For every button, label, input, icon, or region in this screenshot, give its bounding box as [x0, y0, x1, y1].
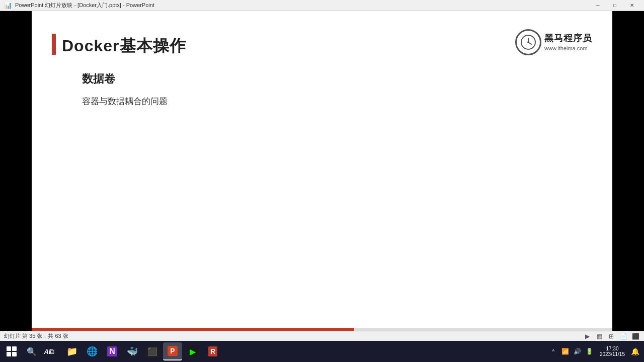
system-tray: ^ 📶 🔊 🔋 17:30 2023/11/15 🔔	[548, 342, 642, 360]
clock-date: 2023/11/15	[600, 351, 625, 357]
horse-logo-svg	[520, 34, 536, 50]
minimize-button[interactable]: ─	[590, 1, 606, 10]
file-explorer-button[interactable]: 📁	[62, 342, 82, 360]
slide-content: 容器与数据耦合的问题	[82, 96, 168, 107]
edge-browser-button[interactable]: 🌐	[83, 342, 102, 360]
logo-area: 黑马程序员 www.itheima.com	[515, 29, 592, 55]
powerpoint-icon: P	[168, 346, 177, 356]
brand-name: 黑马程序员	[544, 33, 592, 44]
logo-text: 黑马程序员 www.itheima.com	[544, 33, 592, 52]
docker-icon: 🐳	[127, 346, 138, 357]
action-center-icon[interactable]: 🔔	[630, 342, 640, 360]
search-icon: 🔍	[27, 347, 37, 356]
status-bar: 幻灯片 第 35 张，共 63 张 ▶ ▦ ⊞ 📄 ⬛	[0, 331, 644, 341]
maximize-button[interactable]: □	[607, 1, 623, 10]
redis-icon: R	[208, 346, 217, 356]
clock-display[interactable]: 17:30 2023/11/15	[597, 346, 628, 357]
taskbar: 🔍 ⧉ 📁 🌐 N 🐳 ⬛ P ▶ R Ai ^ 📶 🔊	[0, 341, 644, 362]
slideshow-icon[interactable]: ▶	[583, 332, 592, 340]
slide-count-status: 幻灯片 第 35 张，共 63 张	[4, 332, 68, 340]
title-accent-bar	[52, 34, 56, 55]
docker-button[interactable]: 🐳	[123, 342, 142, 360]
windows-logo-icon	[7, 346, 17, 356]
window-title: PowerPoint 幻灯片放映 - [Docker入门.pptx] - Pow…	[15, 2, 154, 9]
section-heading: 数据卷	[82, 71, 115, 86]
ai-badge: Ai	[38, 341, 57, 362]
visual-studio-button[interactable]: ⬛	[143, 342, 162, 360]
onenote-button[interactable]: N	[103, 342, 122, 360]
ai-label: Ai	[44, 348, 51, 355]
titlebar-left: 📊 PowerPoint 幻灯片放映 - [Docker入门.pptx] - P…	[4, 2, 154, 9]
battery-icon[interactable]: 🔋	[585, 342, 595, 360]
logo-circle-icon	[515, 29, 541, 55]
slide-sorter-icon[interactable]: ⊞	[607, 332, 616, 340]
title-bar: 📊 PowerPoint 幻灯片放映 - [Docker入门.pptx] - P…	[0, 0, 644, 11]
onenote-icon: N	[107, 346, 117, 356]
view-controls: ▶ ▦ ⊞ 📄 ⬛	[583, 332, 640, 340]
edge-icon: 🌐	[87, 346, 98, 357]
tray-chevron-icon[interactable]: ^	[548, 342, 558, 360]
app-icon: 📊	[4, 2, 12, 9]
clock-time: 17:30	[600, 346, 625, 351]
start-button[interactable]	[2, 342, 21, 360]
powerpoint-button[interactable]: P	[163, 342, 182, 360]
normal-view-icon[interactable]: ▦	[595, 332, 604, 340]
slide-area: Docker基本操作 黑马程序员 www.itheima.com 数据卷	[32, 11, 612, 328]
studio-icon: ⬛	[145, 346, 159, 357]
close-button[interactable]: ✕	[624, 1, 640, 10]
presenter-view-icon[interactable]: ⬛	[631, 332, 640, 340]
reading-view-icon[interactable]: 📄	[619, 332, 628, 340]
terminal-button[interactable]: ▶	[183, 342, 202, 360]
slide-title: Docker基本操作	[62, 35, 186, 57]
terminal-icon: ▶	[188, 346, 198, 357]
redis-button[interactable]: R	[203, 342, 222, 360]
svg-point-3	[527, 41, 529, 43]
sound-icon[interactable]: 🔊	[573, 342, 583, 360]
brand-url: www.itheima.com	[544, 45, 592, 52]
window-controls: ─ □ ✕	[590, 1, 640, 10]
slide: Docker基本操作 黑马程序员 www.itheima.com 数据卷	[32, 11, 612, 328]
network-icon[interactable]: 📶	[560, 342, 571, 360]
folder-icon: 📁	[66, 346, 77, 357]
